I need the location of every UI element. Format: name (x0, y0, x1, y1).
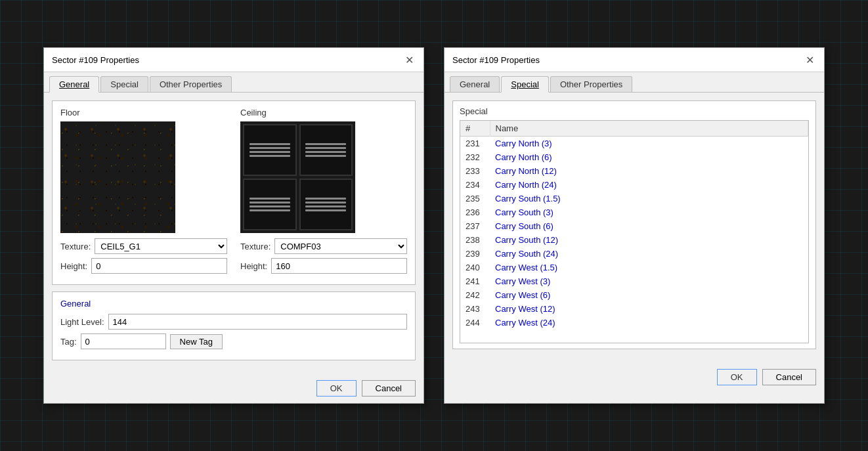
right-tab-special-label: Special (511, 79, 539, 89)
floor-section: Floor Texture: CEIL5_G1 Height: (60, 108, 227, 278)
ceil-line (250, 151, 290, 153)
ceiling-section: Ceiling (240, 108, 407, 278)
table-row[interactable]: 234Carry North (24) (460, 178, 808, 192)
row-name: Carry South (1.5) (490, 192, 808, 205)
tag-input[interactable] (81, 333, 166, 349)
row-num: 242 (460, 288, 490, 302)
table-row[interactable]: 236Carry South (3) (460, 205, 808, 219)
table-row[interactable]: 240Carry West (1.5) (460, 261, 808, 274)
right-tab-other[interactable]: Other Properties (550, 76, 632, 92)
ceil-tile-2 (299, 124, 353, 176)
ceiling-texture-row: Texture: COMPF03 (240, 238, 407, 254)
special-table: # Name 231Carry North (3)232Carry North … (460, 121, 808, 330)
ceil-line (250, 202, 290, 204)
special-section-label: Special (460, 106, 809, 116)
right-tab-general-label: General (460, 79, 490, 89)
right-ok-button[interactable]: OK (717, 369, 757, 385)
ceiling-height-label: Height: (240, 261, 267, 271)
ceiling-texture-label: Texture: (240, 242, 271, 251)
ceil-lines-1 (250, 131, 290, 170)
floor-texture-row: Texture: CEIL5_G1 (60, 238, 227, 254)
table-row[interactable]: 232Carry North (6) (460, 150, 808, 164)
left-tabs: General Special Other Properties (44, 72, 423, 93)
col-header-name: Name (490, 121, 808, 137)
row-name: Carry West (12) (490, 302, 808, 316)
general-section: General Light Level: Tag: New Tag (52, 291, 416, 360)
ceil-lines-2 (305, 131, 346, 170)
right-dialog-title: Sector #109 Properties (452, 55, 540, 65)
row-name: Carry West (1.5) (490, 261, 808, 274)
table-row[interactable]: 235Carry South (1.5) (460, 192, 808, 205)
left-cancel-button[interactable]: Cancel (362, 380, 416, 397)
ceiling-height-input[interactable] (271, 258, 407, 274)
ceiling-label: Ceiling (240, 108, 407, 118)
row-num: 237 (460, 219, 490, 233)
left-dialog-titlebar: Sector #109 Properties ✕ (44, 48, 423, 72)
special-table-wrapper[interactable]: # Name 231Carry North (3)232Carry North … (460, 120, 809, 343)
table-row[interactable]: 241Carry West (3) (460, 274, 808, 288)
row-num: 244 (460, 316, 490, 330)
floor-texture-select[interactable]: CEIL5_G1 (95, 238, 227, 254)
tag-row: Tag: New Tag (60, 333, 407, 349)
row-name: Carry North (12) (490, 164, 808, 178)
ceil-line (250, 209, 290, 211)
right-cancel-button[interactable]: Cancel (762, 369, 816, 385)
table-row[interactable]: 237Carry South (6) (460, 219, 808, 233)
left-close-button[interactable]: ✕ (402, 53, 416, 66)
row-num: 233 (460, 164, 490, 178)
ceil-line (305, 205, 346, 207)
right-tab-special[interactable]: Special (501, 76, 549, 93)
floor-label: Floor (60, 108, 227, 118)
row-num: 235 (460, 192, 490, 205)
right-tab-general[interactable]: General (450, 76, 500, 92)
left-dialog-footer: OK Cancel (44, 375, 423, 403)
right-tabs: General Special Other Properties (445, 72, 824, 93)
left-dialog-title: Sector #109 Properties (52, 55, 139, 65)
ceil-line (305, 155, 346, 157)
floor-ceiling-row: Floor Texture: CEIL5_G1 Height: (60, 108, 407, 278)
new-tag-button[interactable]: New Tag (170, 334, 223, 349)
row-name: Carry South (12) (490, 233, 808, 247)
right-dialog-body: Special # Name 231Carry North (3)232Carr… (445, 93, 824, 364)
ceil-lines-4 (305, 185, 346, 225)
row-name: Carry West (3) (490, 274, 808, 288)
table-row[interactable]: 238Carry South (12) (460, 233, 808, 247)
ceil-line (250, 205, 290, 207)
right-dialog-titlebar: Sector #109 Properties ✕ (445, 48, 824, 72)
row-num: 234 (460, 178, 490, 192)
left-tab-other-label: Other Properties (160, 79, 222, 89)
table-row[interactable]: 231Carry North (3) (460, 137, 808, 151)
floor-height-label: Height: (60, 261, 87, 271)
left-tab-special[interactable]: Special (100, 76, 148, 92)
row-num: 243 (460, 302, 490, 316)
table-row[interactable]: 244Carry West (24) (460, 316, 808, 330)
table-row[interactable]: 239Carry South (24) (460, 247, 808, 261)
ceiling-texture-select[interactable]: COMPF03 (274, 238, 407, 254)
row-num: 240 (460, 261, 490, 274)
left-tab-other[interactable]: Other Properties (150, 76, 232, 92)
ceil-line (305, 147, 346, 149)
right-tab-other-label: Other Properties (560, 79, 622, 89)
row-name: Carry North (24) (490, 178, 808, 192)
right-dialog-footer: OK Cancel (445, 364, 824, 392)
left-tab-special-label: Special (110, 79, 139, 89)
ceil-line (305, 143, 346, 145)
table-row[interactable]: 243Carry West (12) (460, 302, 808, 316)
left-tab-general[interactable]: General (49, 76, 99, 93)
table-row[interactable]: 233Carry North (12) (460, 164, 808, 178)
ceil-line (305, 202, 346, 204)
right-dialog: Sector #109 Properties ✕ General Special… (444, 47, 825, 404)
ceil-tile-1 (243, 124, 297, 176)
left-dialog: Sector #109 Properties ✕ General Special… (43, 47, 424, 404)
table-row[interactable]: 242Carry West (6) (460, 288, 808, 302)
right-close-button[interactable]: ✕ (803, 53, 816, 66)
ceil-lines-3 (250, 185, 290, 225)
left-ok-button[interactable]: OK (316, 380, 357, 397)
row-name: Carry North (6) (490, 150, 808, 164)
light-level-input[interactable] (108, 314, 408, 330)
dialogs-wrapper: Sector #109 Properties ✕ General Special… (43, 47, 825, 404)
floor-texture-preview (60, 121, 175, 233)
left-dialog-body: Floor Texture: CEIL5_G1 Height: (44, 93, 423, 375)
floor-ceiling-section: Floor Texture: CEIL5_G1 Height: (52, 100, 416, 285)
floor-height-input[interactable] (91, 258, 227, 274)
